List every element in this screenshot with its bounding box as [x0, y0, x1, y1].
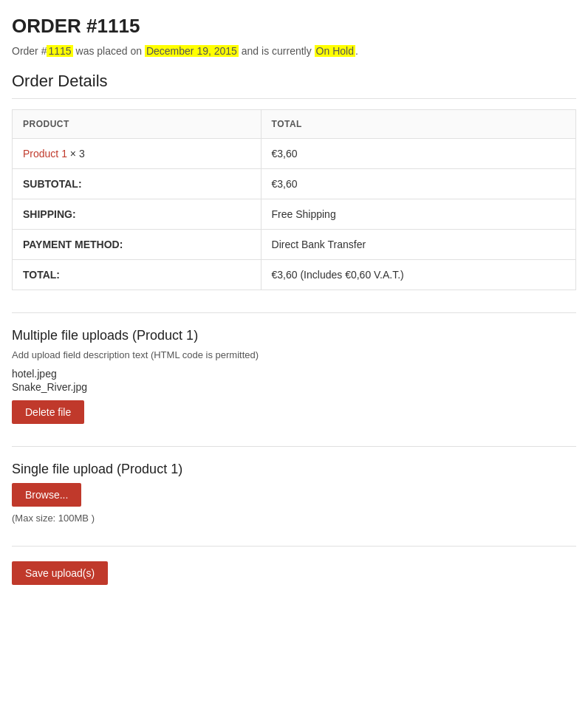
max-size-text: (Max size: 100MB ): [12, 513, 576, 524]
order-title: ORDER #1115: [12, 15, 576, 38]
order-number-highlight: 1115: [47, 45, 72, 57]
table-row: PAYMENT METHOD:Direct Bank Transfer: [13, 230, 576, 260]
save-uploads-section: Save upload(s): [12, 546, 576, 585]
browse-button[interactable]: Browse...: [12, 483, 81, 507]
single-upload-title: Single file upload (Product 1): [12, 462, 576, 477]
order-date-highlight: December 19, 2015: [145, 45, 239, 57]
col-total-header: TOTAL: [261, 110, 575, 139]
table-row: Product 1 × 3€3,60: [13, 139, 576, 169]
delete-file-button[interactable]: Delete file: [12, 400, 84, 424]
order-meta: Order #1115 was placed on December 19, 2…: [12, 45, 576, 57]
files-list: hotel.jpegSnake_River.jpg: [12, 368, 576, 393]
order-status-highlight: On Hold: [315, 45, 355, 57]
multiple-upload-desc: Add upload field description text (HTML …: [12, 349, 576, 360]
order-meta-end: .: [355, 45, 358, 57]
file-name: hotel.jpeg: [12, 368, 576, 380]
table-row: SUBTOTAL:€3,60: [13, 169, 576, 199]
multiple-upload-section: Multiple file uploads (Product 1) Add up…: [12, 312, 576, 424]
order-table: PRODUCT TOTAL Product 1 × 3€3,60SUBTOTAL…: [12, 109, 576, 290]
table-row: SHIPPING:Free Shipping: [13, 199, 576, 230]
product-link[interactable]: Product 1: [23, 148, 67, 160]
save-uploads-button[interactable]: Save upload(s): [12, 561, 108, 585]
single-upload-section: Single file upload (Product 1) Browse...…: [12, 446, 576, 524]
order-meta-suffix: and is currently: [239, 45, 315, 57]
order-details-heading: Order Details: [12, 72, 576, 99]
multiple-upload-title: Multiple file uploads (Product 1): [12, 328, 576, 343]
order-meta-middle: was placed on: [73, 45, 145, 57]
file-name: Snake_River.jpg: [12, 381, 576, 393]
order-meta-prefix: Order #: [12, 45, 47, 57]
col-product-header: PRODUCT: [13, 110, 261, 139]
table-row: TOTAL:€3,60 (Includes €0,60 V.A.T.): [13, 260, 576, 290]
